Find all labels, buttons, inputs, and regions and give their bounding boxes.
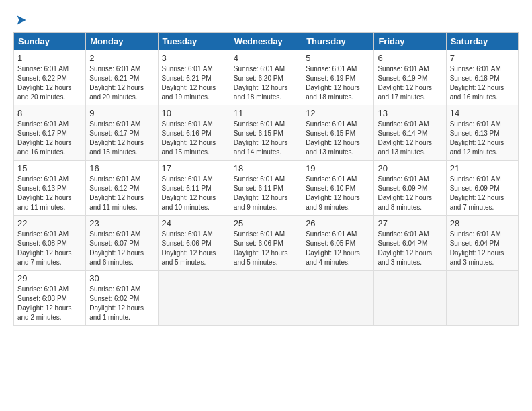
calendar-day-cell: 14Sunrise: 6:01 AMSunset: 6:13 PMDayligh… [446, 105, 518, 161]
calendar-day-cell [230, 271, 302, 326]
calendar-day-cell: 9Sunrise: 6:01 AMSunset: 6:17 PMDaylight… [86, 105, 158, 161]
calendar-day-header: Thursday [302, 33, 374, 50]
logo [13, 13, 28, 27]
calendar-day-cell [302, 271, 374, 326]
calendar-day-cell: 28Sunrise: 6:01 AMSunset: 6:04 PMDayligh… [446, 216, 518, 271]
calendar-day-cell: 18Sunrise: 6:01 AMSunset: 6:11 PMDayligh… [230, 161, 302, 216]
calendar-day-cell: 17Sunrise: 6:01 AMSunset: 6:11 PMDayligh… [158, 161, 230, 216]
calendar-day-cell: 25Sunrise: 6:01 AMSunset: 6:06 PMDayligh… [230, 216, 302, 271]
calendar-day-cell: 11Sunrise: 6:01 AMSunset: 6:15 PMDayligh… [230, 105, 302, 161]
calendar-day-cell: 30Sunrise: 6:01 AMSunset: 6:02 PMDayligh… [86, 271, 158, 326]
calendar-day-cell: 5Sunrise: 6:01 AMSunset: 6:19 PMDaylight… [302, 50, 374, 105]
calendar-header-row: SundayMondayTuesdayWednesdayThursdayFrid… [14, 33, 519, 50]
calendar-week-row: 15Sunrise: 6:01 AMSunset: 6:13 PMDayligh… [14, 161, 519, 216]
calendar-day-cell: 12Sunrise: 6:01 AMSunset: 6:15 PMDayligh… [302, 105, 374, 161]
calendar-day-header: Sunday [14, 33, 86, 50]
calendar-day-header: Tuesday [158, 33, 230, 50]
calendar-day-cell: 22Sunrise: 6:01 AMSunset: 6:08 PMDayligh… [14, 216, 86, 271]
calendar-day-cell: 7Sunrise: 6:01 AMSunset: 6:18 PMDaylight… [446, 50, 518, 105]
calendar-day-cell: 20Sunrise: 6:01 AMSunset: 6:09 PMDayligh… [374, 161, 446, 216]
calendar-day-cell: 8Sunrise: 6:01 AMSunset: 6:17 PMDaylight… [14, 105, 86, 161]
calendar-day-cell: 4Sunrise: 6:01 AMSunset: 6:20 PMDaylight… [230, 50, 302, 105]
header [13, 11, 519, 27]
calendar-day-header: Wednesday [230, 33, 302, 50]
calendar-day-cell: 3Sunrise: 6:01 AMSunset: 6:21 PMDaylight… [158, 50, 230, 105]
calendar-day-cell: 27Sunrise: 6:01 AMSunset: 6:04 PMDayligh… [374, 216, 446, 271]
calendar-day-header: Friday [374, 33, 446, 50]
calendar-week-row: 1Sunrise: 6:01 AMSunset: 6:22 PMDaylight… [14, 50, 519, 105]
calendar-day-cell: 1Sunrise: 6:01 AMSunset: 6:22 PMDaylight… [14, 50, 86, 105]
page: SundayMondayTuesdayWednesdayThursdayFrid… [0, 0, 532, 332]
svg-marker-0 [17, 15, 26, 24]
calendar-day-cell: 24Sunrise: 6:01 AMSunset: 6:06 PMDayligh… [158, 216, 230, 271]
calendar-day-cell: 29Sunrise: 6:01 AMSunset: 6:03 PMDayligh… [14, 271, 86, 326]
calendar-day-header: Saturday [446, 33, 518, 50]
calendar-day-cell: 21Sunrise: 6:01 AMSunset: 6:09 PMDayligh… [446, 161, 518, 216]
calendar-day-cell: 10Sunrise: 6:01 AMSunset: 6:16 PMDayligh… [158, 105, 230, 161]
calendar-day-cell: 16Sunrise: 6:01 AMSunset: 6:12 PMDayligh… [86, 161, 158, 216]
calendar-day-header: Monday [86, 33, 158, 50]
calendar-day-cell: 26Sunrise: 6:01 AMSunset: 6:05 PMDayligh… [302, 216, 374, 271]
calendar-day-cell [374, 271, 446, 326]
calendar-day-cell [446, 271, 518, 326]
calendar-day-cell: 23Sunrise: 6:01 AMSunset: 6:07 PMDayligh… [86, 216, 158, 271]
calendar-week-row: 22Sunrise: 6:01 AMSunset: 6:08 PMDayligh… [14, 216, 519, 271]
calendar-day-cell: 6Sunrise: 6:01 AMSunset: 6:19 PMDaylight… [374, 50, 446, 105]
logo-icon [15, 13, 28, 27]
calendar: SundayMondayTuesdayWednesdayThursdayFrid… [13, 32, 519, 326]
calendar-day-cell: 13Sunrise: 6:01 AMSunset: 6:14 PMDayligh… [374, 105, 446, 161]
calendar-day-cell: 15Sunrise: 6:01 AMSunset: 6:13 PMDayligh… [14, 161, 86, 216]
calendar-day-cell: 19Sunrise: 6:01 AMSunset: 6:10 PMDayligh… [302, 161, 374, 216]
calendar-body: 1Sunrise: 6:01 AMSunset: 6:22 PMDaylight… [14, 50, 519, 326]
calendar-week-row: 8Sunrise: 6:01 AMSunset: 6:17 PMDaylight… [14, 105, 519, 161]
calendar-week-row: 29Sunrise: 6:01 AMSunset: 6:03 PMDayligh… [14, 271, 519, 326]
calendar-day-cell [158, 271, 230, 326]
calendar-day-cell: 2Sunrise: 6:01 AMSunset: 6:21 PMDaylight… [86, 50, 158, 105]
